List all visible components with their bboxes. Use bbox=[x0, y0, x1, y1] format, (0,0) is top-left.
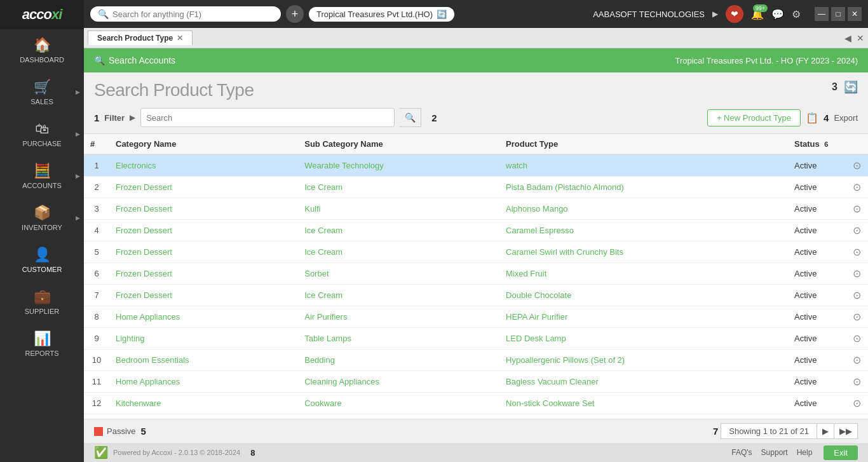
table-row[interactable]: 11 Home Appliances Cleaning Appliances B… bbox=[84, 371, 868, 393]
cell-category[interactable]: Home Appliances bbox=[109, 371, 298, 393]
table-row[interactable]: 7 Frozen Dessert Ice Cream Double Chocol… bbox=[84, 285, 868, 306]
company-selector[interactable]: Tropical Treasures Pvt Ltd.(HO) 🔄 bbox=[309, 7, 454, 22]
tab-prev-button[interactable]: ◀ bbox=[844, 33, 851, 43]
tab-search-product-type[interactable]: Search Product Type ✕ bbox=[88, 31, 193, 45]
cell-product-type[interactable]: Double Chocolate bbox=[499, 285, 788, 306]
table-row[interactable]: 3 Frozen Dessert Kulfi Alphonso Mango Ac… bbox=[84, 198, 868, 220]
user-avatar[interactable]: ❤ bbox=[726, 5, 743, 23]
cell-product-type[interactable]: Hypoallergenic Pillows (Set of 2) bbox=[499, 350, 788, 371]
cell-subcategory[interactable]: Table Lamps bbox=[298, 328, 499, 350]
global-search-input[interactable] bbox=[112, 10, 265, 19]
cell-product-type[interactable]: Alphonso Mango bbox=[499, 198, 788, 220]
table-row[interactable]: 9 Lighting Table Lamps LED Desk Lamp Act… bbox=[84, 328, 868, 350]
filter-search-input[interactable] bbox=[140, 108, 395, 127]
cell-category[interactable]: Home Appliances bbox=[109, 306, 298, 328]
faq-link[interactable]: FAQ's bbox=[731, 448, 752, 457]
cell-category[interactable]: Frozen Dessert bbox=[109, 241, 298, 263]
new-product-type-button[interactable]: + New Product Type bbox=[707, 109, 801, 126]
pagination-last-button[interactable]: ▶▶ bbox=[834, 423, 858, 439]
cell-product-type[interactable]: Bagless Vacuum Cleaner bbox=[499, 371, 788, 393]
cell-product-type[interactable]: watch bbox=[499, 154, 788, 177]
cell-subcategory[interactable]: Ice Cream bbox=[298, 220, 499, 241]
sidebar-item-inventory[interactable]: 📦 INVENTORY ▶ bbox=[0, 197, 84, 239]
row-action-button[interactable]: ⊙ bbox=[845, 263, 868, 285]
cell-product-type[interactable]: HEPA Air Purifier bbox=[499, 306, 788, 328]
support-link[interactable]: Support bbox=[761, 448, 788, 457]
table-row[interactable]: 4 Frozen Dessert Ice Cream Caramel Espre… bbox=[84, 220, 868, 241]
pagination-next-button[interactable]: ▶ bbox=[817, 423, 834, 439]
global-search-box[interactable]: 🔍 bbox=[90, 6, 281, 22]
table-row[interactable]: 5 Frozen Dessert Ice Cream Caramel Swirl… bbox=[84, 241, 868, 263]
sidebar-item-dashboard[interactable]: 🏠 DASHBOARD bbox=[0, 29, 84, 71]
message-icon[interactable]: 💬 bbox=[771, 8, 784, 20]
row-action-button[interactable]: ⊙ bbox=[845, 154, 868, 177]
minimize-button[interactable]: — bbox=[815, 7, 829, 21]
passive-color-box bbox=[94, 427, 103, 436]
row-action-button[interactable]: ⊙ bbox=[845, 285, 868, 306]
cell-subcategory[interactable]: Ice Cream bbox=[298, 177, 499, 198]
row-action-button[interactable]: ⊙ bbox=[845, 241, 868, 263]
cell-subcategory[interactable]: Wearable Technology bbox=[298, 154, 499, 177]
cell-category[interactable]: Frozen Dessert bbox=[109, 263, 298, 285]
notification-icon[interactable]: 🔔 99+ bbox=[751, 8, 764, 20]
cell-category[interactable]: Electronics bbox=[109, 154, 298, 177]
refresh-button[interactable]: 🔄 bbox=[844, 80, 858, 94]
cell-subcategory[interactable]: Ice Cream bbox=[298, 241, 499, 263]
search-accounts-button[interactable]: 🔍 Search Accounts bbox=[94, 55, 175, 65]
table-row[interactable]: 6 Frozen Dessert Sorbet Mixed Fruit Acti… bbox=[84, 263, 868, 285]
table-row[interactable]: 10 Bedroom Essentials Bedding Hypoallerg… bbox=[84, 350, 868, 371]
cell-category[interactable]: Lighting bbox=[109, 328, 298, 350]
row-action-button[interactable]: ⊙ bbox=[845, 177, 868, 198]
settings-icon[interactable]: ⚙ bbox=[792, 8, 801, 20]
row-action-button[interactable]: ⊙ bbox=[845, 393, 868, 414]
table-row[interactable]: 12 Kitchenware Cookware Non-stick Cookwa… bbox=[84, 393, 868, 414]
exit-button[interactable]: Exit bbox=[824, 445, 858, 460]
cell-category[interactable]: Frozen Dessert bbox=[109, 285, 298, 306]
cell-subcategory[interactable]: Cookware bbox=[298, 393, 499, 414]
cell-product-type[interactable]: Non-stick Cookware Set bbox=[499, 393, 788, 414]
cell-category[interactable]: Kitchenware bbox=[109, 393, 298, 414]
cell-product-type[interactable]: Pista Badam (Pistachio Almond) bbox=[499, 177, 788, 198]
close-button[interactable]: ✕ bbox=[848, 7, 862, 21]
cell-subcategory[interactable]: Bedding bbox=[298, 350, 499, 371]
help-link[interactable]: Help bbox=[797, 448, 813, 457]
cell-category[interactable]: Frozen Dessert bbox=[109, 177, 298, 198]
tab-close-icon[interactable]: ✕ bbox=[177, 34, 183, 43]
row-action-button[interactable]: ⊙ bbox=[845, 198, 868, 220]
row-action-button[interactable]: ⊙ bbox=[845, 350, 868, 371]
table-row[interactable]: 1 Electronics Wearable Technology watch … bbox=[84, 154, 868, 177]
row-action-button[interactable]: ⊙ bbox=[845, 220, 868, 241]
sidebar-item-sales[interactable]: 🛒 SALES ▶ bbox=[0, 71, 84, 113]
cell-subcategory[interactable]: Sorbet bbox=[298, 263, 499, 285]
add-button[interactable]: + bbox=[286, 5, 304, 23]
cell-subcategory[interactable]: Kulfi bbox=[298, 198, 499, 220]
sidebar-item-supplier[interactable]: 💼 SUPPLIER bbox=[0, 281, 84, 323]
cell-product-type[interactable]: Mixed Fruit bbox=[499, 263, 788, 285]
cell-category[interactable]: Frozen Dessert bbox=[109, 220, 298, 241]
filter-button[interactable]: Filter bbox=[104, 113, 125, 123]
sidebar-item-accounts[interactable]: 🧮 ACCOUNTS ▶ bbox=[0, 155, 84, 197]
cell-product-type[interactable]: LED Desk Lamp bbox=[499, 328, 788, 350]
sidebar-item-customer[interactable]: 👤 CUSTOMER bbox=[0, 239, 84, 281]
cell-product-type[interactable]: Caramel Espresso bbox=[499, 220, 788, 241]
table-row[interactable]: 2 Frozen Dessert Ice Cream Pista Badam (… bbox=[84, 177, 868, 198]
filter-arrow-icon[interactable]: ▶ bbox=[130, 113, 135, 122]
tab-next-button[interactable]: ✕ bbox=[857, 33, 864, 43]
cell-subcategory[interactable]: Ice Cream bbox=[298, 285, 499, 306]
cell-category[interactable]: Bedroom Essentials bbox=[109, 350, 298, 371]
row-action-button[interactable]: ⊙ bbox=[845, 371, 868, 393]
export-button[interactable]: Export bbox=[834, 113, 858, 123]
step-5-label: 5 bbox=[141, 426, 146, 437]
row-action-button[interactable]: ⊙ bbox=[845, 328, 868, 350]
cell-subcategory[interactable]: Air Purifiers bbox=[298, 306, 499, 328]
cell-category[interactable]: Frozen Dessert bbox=[109, 198, 298, 220]
sidebar-item-reports[interactable]: 📊 REPORTS bbox=[0, 323, 84, 365]
cell-product-type[interactable]: Caramel Swirl with Crunchy Bits bbox=[499, 241, 788, 263]
sidebar-item-purchase[interactable]: 🛍 PURCHASE ▶ bbox=[0, 113, 84, 155]
maximize-button[interactable]: □ bbox=[831, 7, 845, 21]
table-row[interactable]: 8 Home Appliances Air Purifiers HEPA Air… bbox=[84, 306, 868, 328]
row-action-button[interactable]: ⊙ bbox=[845, 306, 868, 328]
refresh-icon[interactable]: 🔄 bbox=[437, 10, 447, 19]
filter-search-button[interactable]: 🔍 bbox=[400, 108, 421, 127]
cell-subcategory[interactable]: Cleaning Appliances bbox=[298, 371, 499, 393]
